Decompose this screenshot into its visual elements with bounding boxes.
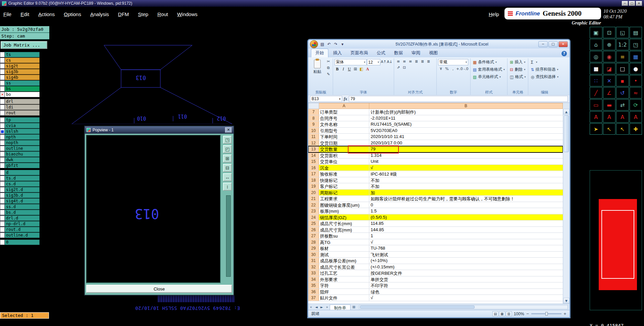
table-row[interactable]: 19 客户标记 不加	[308, 183, 563, 190]
menu-item[interactable]: Options	[64, 11, 81, 17]
accounting-format-button[interactable]: ¥	[438, 66, 444, 72]
cell-column-b[interactable]: Unit	[369, 158, 563, 165]
row-number[interactable]: 9	[308, 121, 319, 127]
frame-tool-icon[interactable]: ▣	[590, 27, 602, 38]
office-button[interactable]	[310, 40, 318, 48]
table-row[interactable]: 25 成品尺寸长(mm) 114.85	[308, 220, 563, 227]
excel-titlebar[interactable]: ▤↶↷▾ 5V2G70ZFA0制作单.xls [兼容模式] - Microsof…	[308, 40, 570, 49]
row-number[interactable]: 37	[308, 295, 319, 301]
row-number[interactable]: 18	[308, 177, 319, 183]
layer-visibility-checkbox[interactable]	[0, 52, 5, 57]
table-row[interactable]: 31 成品板厚公差(mm) (+/-10%)	[308, 258, 563, 264]
cell-column-a[interactable]: 过孔工艺	[319, 270, 369, 276]
table-row[interactable]: 14 交货面积 1.314	[308, 152, 563, 159]
layer-row[interactable]: ■ sslsh	[0, 129, 40, 134]
cell-column-a[interactable]: 测试	[319, 252, 369, 258]
layer-name[interactable]: ldi	[5, 105, 40, 110]
cell-column-b[interactable]: 不加	[369, 183, 563, 189]
group-label-cells[interactable]: 单元格	[509, 90, 527, 95]
row-number[interactable]: 30	[308, 252, 319, 258]
layer-name[interactable]: d	[5, 170, 40, 175]
row-number[interactable]: 22	[308, 202, 319, 208]
cell-column-a[interactable]: 字符	[319, 282, 369, 288]
cell-column-b[interactable]: 1.314	[369, 152, 563, 158]
table-row[interactable]: 37 贴片文件 √	[308, 295, 563, 301]
zoom-home-icon[interactable]: ⌂	[590, 39, 602, 50]
table-row[interactable]: 17 验收标准 IPC-6012 Ⅱ级	[308, 171, 563, 177]
page-layout-view-icon[interactable]: ▦	[499, 311, 505, 316]
find-select-button[interactable]: ◎ 查找和选择 ▾	[530, 74, 559, 80]
table-row[interactable]: 32 成品尺寸长宽公差 (+/-0.15mm)	[308, 264, 563, 270]
layer-row[interactable]: sig4t.d	[0, 198, 40, 204]
cell-column-a[interactable]: 铜箔厚度(OZ)	[319, 214, 369, 220]
text-mirror-tool-icon[interactable]: A	[616, 111, 629, 123]
layer-row[interactable]: sig3b.d	[0, 193, 40, 198]
slot-tool-icon[interactable]: ▬	[603, 99, 616, 111]
row-number[interactable]: 16	[308, 165, 319, 171]
layer-visibility-checkbox[interactable]	[0, 69, 5, 74]
table-row[interactable]: 21 工程要求 如顾客设计阻焊桥超过公司生产能力时，需要与顾客确认，不可随意删除…	[308, 196, 563, 202]
layer-visibility-checkbox[interactable]	[0, 140, 5, 145]
ribbon-tab[interactable]: 开始	[311, 49, 328, 57]
zoom-slider-thumb[interactable]	[545, 312, 548, 316]
excel-minimize-button[interactable]: ─	[538, 41, 548, 47]
font-size-select[interactable]: 12▾	[367, 59, 380, 65]
popview-extern-icon[interactable]: ◳	[223, 136, 232, 144]
layer-visibility-checkbox[interactable]	[0, 204, 5, 209]
layer-visibility-checkbox[interactable]	[0, 110, 5, 116]
layer-name[interactable]: sig3b	[5, 69, 40, 74]
cell-column-b[interactable]: RU174415_0(SAME)	[369, 121, 563, 127]
layer-name[interactable]: biaozhu	[5, 151, 40, 157]
layer-name[interactable]: sig3b.d	[5, 193, 40, 198]
cell-column-a[interactable]: 交货数量	[319, 146, 369, 152]
cell-column-a[interactable]: 下单时间	[319, 134, 369, 140]
arc-tool-icon[interactable]: ↺	[616, 87, 629, 99]
table-row[interactable]: 10 引用型号 5V2G703EA0	[308, 128, 563, 134]
layer-name[interactable]: ts	[5, 52, 40, 57]
layer-name[interactable]: bs.d	[5, 210, 40, 215]
popview-close-button[interactable]: Close	[86, 285, 232, 293]
layer-visibility-checkbox[interactable]: ■	[0, 129, 5, 134]
popview-pan-h-icon[interactable]: ↔	[223, 173, 232, 181]
row-number[interactable]: 31	[308, 258, 319, 264]
next-sheet-icon[interactable]: ►	[319, 304, 324, 310]
layer-visibility-checkbox[interactable]	[0, 198, 5, 204]
percent-button[interactable]: %	[444, 66, 450, 72]
layer-row[interactable]: np-drl.d	[0, 221, 40, 226]
cell-column-b[interactable]: IPC-6012 Ⅱ级	[369, 171, 563, 177]
menu-item[interactable]: Rout	[157, 11, 168, 17]
layer-row[interactable]: cs	[0, 58, 40, 63]
layer-row[interactable]: rout	[0, 110, 40, 116]
layer-row[interactable]: cs.d	[0, 181, 40, 187]
align-left-button[interactable]: ≣	[414, 59, 419, 65]
preview-icon[interactable]: ◎	[590, 51, 602, 62]
table-row[interactable]: 18 快捷标记 不加	[308, 177, 563, 184]
layer-name[interactable]: dwk	[5, 157, 40, 162]
popview-scrollbar[interactable]	[226, 193, 231, 275]
align-right-button[interactable]: ≣	[426, 59, 431, 65]
layer-name[interactable]: drl	[5, 99, 40, 104]
swap-tool-icon[interactable]: ⇄	[616, 99, 629, 111]
last-sheet-icon[interactable]: »	[324, 304, 330, 310]
table-row[interactable]: 27 拼板数su 1	[308, 233, 563, 239]
row-number[interactable]: 12	[308, 140, 319, 146]
row-number[interactable]: 27	[308, 233, 319, 239]
layer-visibility-checkbox[interactable]: ✕	[0, 92, 5, 97]
board-preview-panel[interactable]	[590, 170, 642, 310]
close-button[interactable]: ✕	[636, 1, 642, 6]
hatch-tool-icon[interactable]: ≈	[630, 87, 642, 99]
layer-name[interactable]: rout	[5, 110, 40, 116]
table-row[interactable]: 29 板材 TU-768	[308, 245, 563, 252]
popview-zoom-out-icon[interactable]: ⊟	[223, 164, 232, 172]
layer-visibility-checkbox[interactable]	[0, 75, 5, 80]
layer-visibility-checkbox[interactable]	[0, 215, 5, 221]
layer-visibility-checkbox[interactable]	[0, 105, 5, 110]
delete-cells-button[interactable]: ⊟ 删除 ▾	[509, 66, 527, 73]
page-break-view-icon[interactable]: ▥	[506, 311, 512, 316]
cell-column-b[interactable]: (+/-10%)	[369, 258, 563, 264]
group-label-clipboard[interactable]: 剪贴板	[310, 90, 331, 95]
layer-row[interactable]: rout.d	[0, 227, 40, 232]
layer-name[interactable]: rout.d	[5, 227, 40, 232]
cell-column-b[interactable]: 如顾客设计阻焊桥超过公司生产能力时，需要与顾客确认，不可随意删除！	[369, 196, 563, 202]
column-header-b[interactable]: B	[369, 103, 563, 109]
